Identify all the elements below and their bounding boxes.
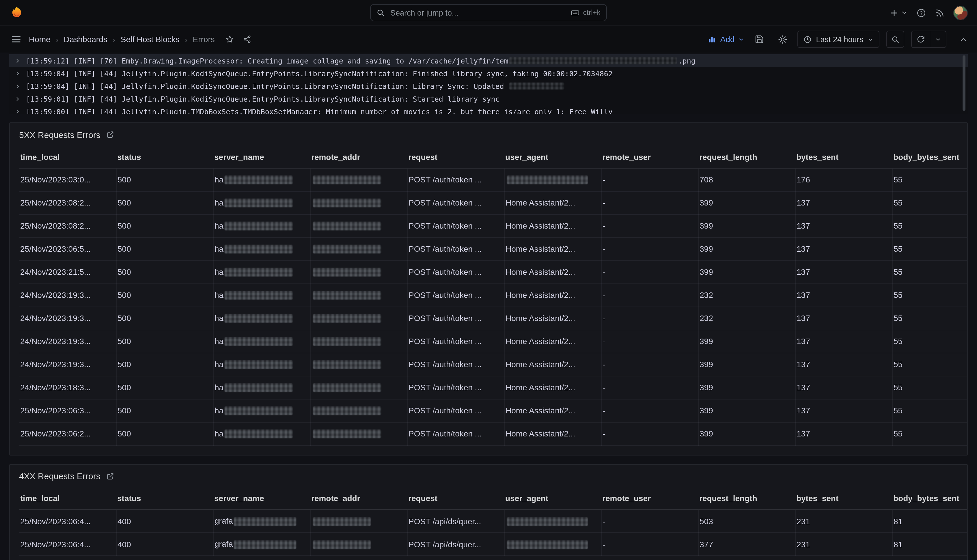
- table-cell: 137: [795, 307, 892, 330]
- expand-log-icon[interactable]: [15, 71, 20, 76]
- table-cell: 55: [892, 422, 968, 445]
- redacted-block: [313, 430, 381, 438]
- table-cell: [310, 353, 407, 376]
- table-cell: 500: [116, 330, 213, 353]
- table-cell: 25/Nov/2023:06:3...: [19, 399, 116, 422]
- table-cell: 24/Nov/2023:21:5...: [19, 260, 116, 283]
- share-icon[interactable]: [242, 35, 252, 44]
- search-input[interactable]: Search or jump to... ctrl+k: [370, 4, 607, 22]
- table-cell: 377: [698, 533, 795, 556]
- refresh-group: [911, 31, 946, 48]
- column-header-time_local[interactable]: time_local: [19, 146, 116, 168]
- column-header-body_bytes_sent[interactable]: body_bytes_sent: [892, 488, 968, 510]
- table-cell: 399: [698, 260, 795, 283]
- table-cell: 137: [795, 283, 892, 307]
- breadcrumb-item[interactable]: Self Host Blocks: [121, 35, 180, 44]
- external-link-icon[interactable]: [106, 130, 114, 138]
- breadcrumb-item[interactable]: Dashboards: [64, 35, 107, 44]
- table-cell: grafa: [213, 533, 310, 556]
- table-cell: 25/Nov/2023:06:5...: [19, 237, 116, 260]
- panel-title[interactable]: 5XX Requests Errors: [19, 130, 100, 139]
- column-header-status[interactable]: status: [116, 146, 213, 168]
- text: ha: [215, 221, 223, 230]
- user-avatar[interactable]: [953, 5, 968, 20]
- table-row: 24/Nov/2023:18:3...500haPOST /auth/token…: [19, 376, 968, 399]
- table-row: 24/Nov/2023:19:3...500haPOST /auth/token…: [19, 307, 968, 330]
- top-navbar: Search or jump to... ctrl+k: [0, 0, 977, 26]
- keyboard-icon: [570, 8, 580, 17]
- expand-log-icon[interactable]: [15, 58, 20, 63]
- column-header-bytes_sent[interactable]: bytes_sent: [795, 146, 892, 168]
- breadcrumb-item[interactable]: Home: [29, 35, 50, 44]
- add-new-menu-button[interactable]: [889, 8, 908, 18]
- redacted-block: [225, 383, 293, 392]
- column-header-user_agent[interactable]: user_agent: [504, 488, 601, 510]
- column-header-request[interactable]: request: [407, 488, 504, 510]
- column-header-request_length[interactable]: request_length: [698, 488, 795, 510]
- column-header-time_local[interactable]: time_local: [19, 488, 116, 510]
- scrollbar-thumb[interactable]: [962, 55, 965, 111]
- expand-log-icon[interactable]: [15, 83, 20, 88]
- time-range-picker[interactable]: Last 24 hours: [797, 31, 879, 48]
- table-cell: Home Assistant/2...: [504, 191, 601, 214]
- table-cell: [504, 510, 601, 533]
- table-cell: -: [601, 353, 698, 376]
- favorite-star-icon[interactable]: [225, 35, 234, 44]
- redacted-block: [507, 517, 587, 526]
- column-header-user_agent[interactable]: user_agent: [504, 146, 601, 168]
- external-link-icon[interactable]: [106, 472, 114, 480]
- table-cell: 500: [116, 422, 213, 445]
- table-row: 25/Nov/2023:06:5...500haPOST /auth/token…: [19, 237, 968, 260]
- table-cell: 25/Nov/2023:03:0...: [19, 168, 116, 191]
- breadcrumb-item[interactable]: Errors: [193, 35, 215, 44]
- search-placeholder-text: Search or jump to...: [390, 8, 458, 17]
- column-header-status[interactable]: status: [116, 488, 213, 510]
- refresh-button[interactable]: [912, 31, 930, 47]
- column-header-bytes_sent[interactable]: bytes_sent: [795, 488, 892, 510]
- dashboard-settings-button[interactable]: [774, 31, 790, 47]
- column-header-remote_user[interactable]: remote_user: [601, 488, 698, 510]
- redacted-block: [313, 176, 381, 185]
- column-header-server_name[interactable]: server_name: [213, 146, 310, 168]
- column-header-body_bytes_sent[interactable]: body_bytes_sent: [892, 146, 968, 168]
- table-cell: 399: [698, 353, 795, 376]
- redacted-block: [510, 57, 677, 64]
- expand-log-icon[interactable]: [15, 109, 20, 114]
- table-cell: [310, 168, 407, 191]
- expand-log-icon[interactable]: [15, 96, 20, 101]
- table-header-row: time_localstatusserver_nameremote_addrre…: [19, 488, 968, 510]
- table-cell: 137: [795, 376, 892, 399]
- column-header-remote_addr[interactable]: remote_addr: [310, 146, 407, 168]
- news-button[interactable]: [935, 8, 945, 18]
- breadcrumb-separator: ›: [185, 34, 188, 44]
- column-header-remote_addr[interactable]: remote_addr: [310, 488, 407, 510]
- table-cell: -: [601, 422, 698, 445]
- grafana-logo-icon[interactable]: [9, 5, 24, 20]
- save-dashboard-button[interactable]: [751, 31, 767, 47]
- column-header-remote_user[interactable]: remote_user: [601, 146, 698, 168]
- collapse-toolbar-button[interactable]: [959, 35, 968, 43]
- table-cell: 55: [892, 399, 968, 422]
- zoom-out-button[interactable]: [886, 31, 904, 48]
- mega-menu-toggle[interactable]: [9, 32, 23, 46]
- help-button[interactable]: ?: [916, 8, 926, 18]
- table-cell: 500: [116, 237, 213, 260]
- text: [13:59:04] [INF] [44] Jellyfin.Plugin.Ko…: [26, 69, 613, 78]
- column-header-server_name[interactable]: server_name: [213, 488, 310, 510]
- redacted-block: [313, 314, 381, 323]
- redacted-block: [313, 337, 381, 346]
- table-cell: Home Assistant/2...: [504, 353, 601, 376]
- table-cell: 55: [892, 283, 968, 307]
- column-header-request[interactable]: request: [407, 146, 504, 168]
- refresh-interval-dropdown[interactable]: [930, 31, 946, 47]
- add-panel-button[interactable]: Add: [708, 35, 745, 44]
- panel-title[interactable]: 4XX Requests Errors: [19, 471, 100, 481]
- table-cell: ha: [213, 237, 310, 260]
- table-cell: Home Assistant/2...: [504, 214, 601, 237]
- table-cell: POST /auth/token ...: [407, 376, 504, 399]
- search-shortcut: ctrl+k: [570, 8, 600, 17]
- rss-icon: [935, 8, 945, 18]
- column-header-request_length[interactable]: request_length: [698, 146, 795, 168]
- logs-panel: [13:59:12] [INF] [70] Emby.Drawing.Image…: [9, 53, 968, 114]
- text: grafa: [215, 516, 233, 525]
